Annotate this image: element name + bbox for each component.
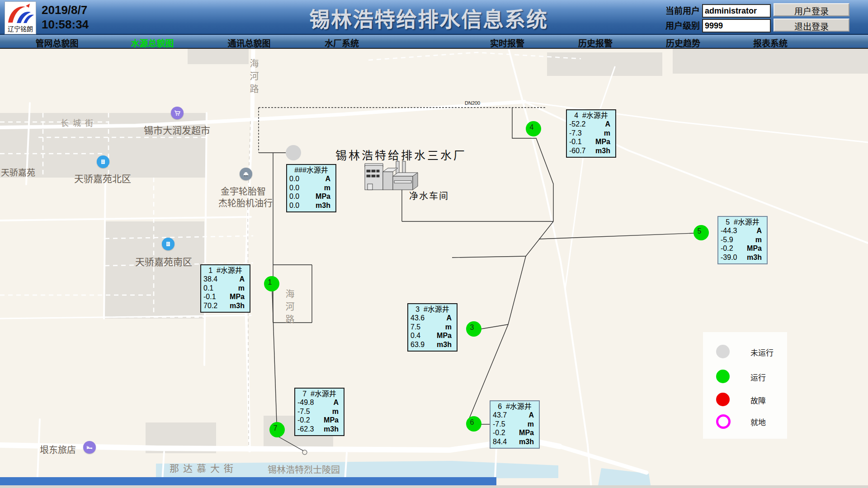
well-marker-1[interactable]: 1 (264, 276, 279, 291)
street-label-haihe-bottom: 海河路 (283, 289, 296, 327)
well-box-5[interactable]: 5 #水源井 -44.3A -5.9m -0.2MPa -39.0m3h (717, 216, 768, 264)
pipe-diameter-label: DN200 (465, 100, 480, 106)
plant-title: 锡林浩特给排水三水厂 (335, 146, 467, 163)
nav-history-trend[interactable]: 历史趋势 (666, 37, 700, 49)
well-current: 38.4 (203, 275, 217, 284)
poi-label-tire-shop-line1: 金宇轮胎智 (221, 184, 266, 197)
well-current: -49.8 (297, 398, 314, 407)
street-label-changcheng: 长城街 (61, 117, 97, 128)
building-icon-south (162, 238, 175, 250)
scada-app-window: 辽宁铭朗 2019/8/7 10:58:34 锡林浩特给排水信息系统 当前用户 … (0, 0, 868, 488)
current-user-label: 当前用户 (659, 4, 700, 16)
well-box-unassigned[interactable]: ###水源井 0.0A 0.0m 0.0MPa 0.0m3h (286, 164, 336, 212)
well-flow: 0.0 (289, 201, 299, 210)
well-pressure: 0.4 (410, 331, 420, 340)
nav-history-alarm[interactable]: 历史报警 (578, 37, 613, 49)
well-current: -52.2 (569, 120, 585, 129)
well-flow: -60.7 (569, 146, 585, 155)
well-flow: -62.3 (297, 425, 314, 434)
workshop-label: 净水车间 (409, 189, 449, 202)
nav-pipeline-overview[interactable]: 管网总貌图 (35, 37, 78, 49)
car-icon (240, 168, 252, 180)
well-title: 1 #水源井 (203, 266, 247, 275)
well-marker-6[interactable]: 6 (466, 416, 481, 432)
well-level: 0.1 (203, 284, 213, 293)
well-marker-5[interactable]: 5 (693, 225, 709, 240)
well-pressure: -0.2 (297, 416, 310, 425)
login-button[interactable]: 用户登录 (774, 3, 849, 16)
building-icon-north (97, 155, 109, 168)
current-date: 2019/8/7 (42, 3, 89, 17)
well-title: 7 #水源井 (297, 389, 341, 398)
street-label-haihe-top: 海河路 (247, 59, 260, 97)
map-canvas[interactable]: 长城街 海河路 海河路 那达慕大街 锡林浩特烈士陵园 锡市大润发超市 天骄嘉苑 … (0, 49, 868, 488)
well-title: ###水源井 (289, 166, 333, 174)
logout-button[interactable]: 退出登录 (774, 19, 849, 32)
well-box-7[interactable]: 7 #水源井 -49.8A -7.5m -0.2MPa -62.3m3h (294, 388, 344, 436)
legend-item-not-running: 未运行 (703, 345, 787, 358)
well-current: 0.0 (289, 174, 299, 183)
well-marker-3[interactable]: 3 (466, 321, 481, 337)
nav-watersource-overview[interactable]: 水源总貌图 (131, 37, 174, 49)
well-title: 4 #水源井 (569, 111, 613, 120)
well-flow: 84.4 (493, 437, 507, 446)
company-logo: 辽宁铭朗 (5, 1, 36, 34)
user-level-label: 用户级别 (659, 19, 700, 31)
legend-panel: 未运行 运行 故障 就地 (703, 332, 787, 439)
well-pressure: -0.1 (203, 292, 216, 301)
well-pressure: -0.1 (569, 137, 582, 146)
legend-item-local: 就地 (703, 414, 787, 428)
well-marker-4[interactable]: 4 (526, 121, 541, 136)
shopping-cart-icon (171, 107, 184, 119)
well-level: -7.5 (493, 420, 505, 429)
well-pressure: 0.0 (289, 192, 299, 201)
status-dot-magenta-ring (716, 414, 731, 429)
legend-item-fault: 故障 (703, 393, 787, 406)
nav-realtime-alarm[interactable]: 实时报警 (490, 37, 524, 49)
nav-waterplant-system[interactable]: 水厂系统 (325, 37, 359, 49)
well-box-3[interactable]: 3 #水源井 43.6A 7.5m 0.4MPa 63.9m3h (407, 303, 458, 352)
street-label-nadamu: 那达慕大街 (170, 461, 237, 474)
poi-label-supermarket: 锡市大润发超市 (144, 123, 210, 136)
well-level: -5.9 (721, 235, 733, 244)
well-current: 43.6 (410, 314, 425, 323)
river-bar (0, 477, 496, 485)
current-time: 10:58:34 (42, 17, 89, 32)
well-current: -44.3 (721, 226, 737, 235)
well-flow: -39.0 (721, 253, 737, 262)
well-marker-7[interactable]: 7 (269, 422, 285, 437)
well-box-4[interactable]: 4 #水源井 -52.2A -7.3m -0.1MPa -60.7m3h (566, 109, 616, 158)
datetime: 2019/8/7 10:58:34 (42, 3, 89, 32)
nav-report-system[interactable]: 报表系统 (753, 37, 788, 49)
status-dot-red (716, 393, 730, 406)
well-title: 5 #水源井 (721, 218, 764, 226)
main-navbar: 管网总貌图 水源总貌图 通讯总貌图 水厂系统 实时报警 历史报警 历史趋势 报表… (0, 35, 868, 49)
minor-roads (0, 52, 581, 446)
well-pressure: -0.2 (721, 244, 733, 253)
poi-label-tianjiao: 天骄嘉苑 (1, 166, 35, 178)
well-box-1[interactable]: 1 #水源井 38.4A 0.1m -0.1MPa 70.2m3h (200, 264, 250, 313)
logo-swoosh-icon (5, 2, 37, 27)
poi-label-hotel: 垠东旅店 (40, 443, 76, 456)
user-level-field[interactable] (702, 19, 771, 33)
well-level: -7.3 (569, 129, 582, 138)
current-user-field[interactable] (702, 4, 771, 18)
legend-item-running: 运行 (703, 370, 787, 383)
status-dot-gray (716, 345, 730, 358)
well-title: 3 #水源井 (410, 305, 454, 314)
logo-text: 辽宁铭朗 (5, 24, 36, 33)
bed-icon (83, 441, 96, 454)
well-current: 43.7 (493, 411, 507, 420)
poi-label-cemetery: 锡林浩特烈士陵园 (268, 463, 340, 476)
well-title: 6 #水源井 (493, 402, 537, 411)
well-box-6[interactable]: 6 #水源井 43.7A -7.5m -0.2MPa 84.4m3h (490, 400, 540, 449)
status-dot-green (716, 370, 730, 383)
bottom-strip (0, 485, 868, 488)
page-title: 锡林浩特给排水信息系统 (309, 3, 548, 33)
well-level: 7.5 (410, 323, 420, 332)
well-marker-idle[interactable] (286, 145, 301, 160)
well-flow: 70.2 (203, 301, 217, 310)
well-pressure: -0.2 (493, 428, 505, 437)
nav-communication-overview[interactable]: 通讯总貌图 (227, 37, 270, 49)
poi-label-tianjiao-north: 天骄嘉苑北区 (74, 171, 131, 185)
